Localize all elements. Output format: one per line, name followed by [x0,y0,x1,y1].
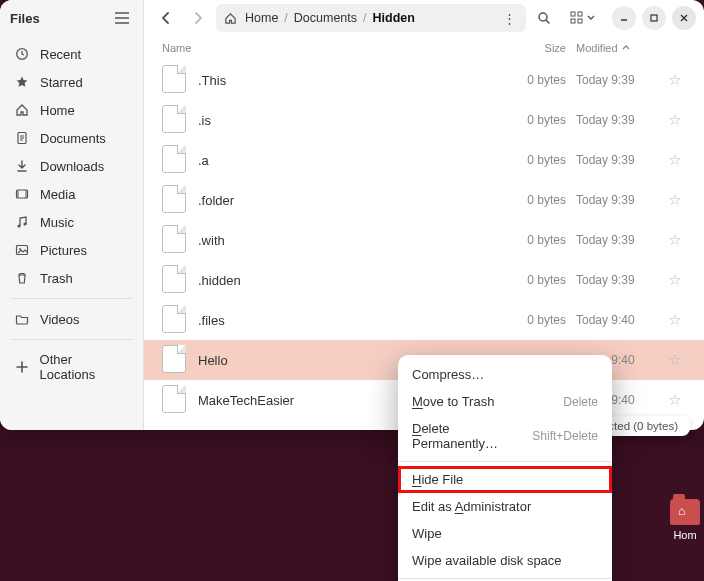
file-name: .This [198,73,506,88]
view-switcher[interactable] [562,4,602,32]
sidebar-item-label: Other Locations [40,352,129,382]
file-name: .files [198,313,506,328]
star-button[interactable]: ☆ [662,271,686,289]
star-button[interactable]: ☆ [662,71,686,89]
sidebar-item-label: Home [40,103,75,118]
forward-button[interactable] [184,4,212,32]
ctx-wipe[interactable]: Wipe [398,520,612,547]
star-icon [14,74,30,90]
breadcrumb-documents[interactable]: Documents [292,11,359,25]
file-icon [162,345,188,375]
sidebar-item-other-locations[interactable]: Other Locations [0,346,143,388]
path-menu-button[interactable]: ⋮ [500,11,518,26]
ctx-label: Compress… [412,367,598,382]
sidebar-item-home[interactable]: Home [0,96,143,124]
ctx-wipe-available-disk-space[interactable]: Wipe available disk space [398,547,612,574]
file-size: 0 bytes [506,73,566,87]
star-button[interactable]: ☆ [662,231,686,249]
file-row[interactable]: .hidden 0 bytes Today 9:39 ☆ [144,260,704,300]
minimize-button[interactable] [612,6,636,30]
sidebar-item-trash[interactable]: Trash [0,264,143,292]
star-button[interactable]: ☆ [662,311,686,329]
svg-rect-10 [571,19,575,23]
col-modified[interactable]: Modified [566,42,662,54]
svg-rect-12 [651,15,657,21]
sidebar-item-label: Media [40,187,75,202]
search-button[interactable] [530,4,558,32]
sidebar-item-pictures[interactable]: Pictures [0,236,143,264]
col-name[interactable]: Name [162,42,506,54]
sidebar-item-downloads[interactable]: Downloads [0,152,143,180]
star-button[interactable]: ☆ [662,151,686,169]
sidebar-item-videos[interactable]: Videos [0,305,143,333]
folder-icon: ⌂ [670,499,700,525]
close-button[interactable] [672,6,696,30]
star-button[interactable]: ☆ [662,191,686,209]
sidebar-item-label: Trash [40,271,73,286]
context-menu: Compress…Move to TrashDeleteDelete Perma… [398,355,612,581]
ctx-delete-permanently[interactable]: Delete Permanently…Shift+Delete [398,415,612,457]
ctx-edit-as-administrator[interactable]: Edit as Administrator [398,493,612,520]
sidebar-item-media[interactable]: Media [0,180,143,208]
file-row[interactable]: .folder 0 bytes Today 9:39 ☆ [144,180,704,220]
file-modified: Today 9:39 [566,73,662,87]
breadcrumb-current[interactable]: Hidden [371,11,417,25]
breadcrumb-home[interactable]: Home [243,11,280,25]
file-size: 0 bytes [506,113,566,127]
sidebar-item-music[interactable]: Music [0,208,143,236]
sidebar-item-recent[interactable]: Recent [0,40,143,68]
file-row[interactable]: .This 0 bytes Today 9:39 ☆ [144,60,704,100]
file-row[interactable]: .is 0 bytes Today 9:39 ☆ [144,100,704,140]
ctx-hide-file[interactable]: Hide File [398,466,612,493]
file-icon [162,145,188,175]
sidebar-item-documents[interactable]: Documents [0,124,143,152]
file-size: 0 bytes [506,273,566,287]
file-name: .folder [198,193,506,208]
sidebar-item-label: Music [40,215,74,230]
sidebar-menu-button[interactable] [111,7,133,29]
file-name: .is [198,113,506,128]
svg-rect-9 [578,12,582,16]
ctx-move-to-trash[interactable]: Move to TrashDelete [398,388,612,415]
star-button[interactable]: ☆ [662,351,686,369]
media-icon [14,186,30,202]
sidebar-item-label: Documents [40,131,106,146]
file-name: .a [198,153,506,168]
star-button[interactable]: ☆ [662,111,686,129]
svg-rect-11 [578,19,582,23]
file-row[interactable]: .a 0 bytes Today 9:39 ☆ [144,140,704,180]
file-icon [162,385,188,415]
trash-icon [14,270,30,286]
svg-point-4 [23,222,26,225]
plus-icon [14,359,30,375]
back-button[interactable] [152,4,180,32]
sidebar-item-label: Pictures [40,243,87,258]
star-button[interactable]: ☆ [662,391,686,409]
path-bar[interactable]: Home / Documents / Hidden ⋮ [216,4,526,32]
ctx-accel: Shift+Delete [532,429,598,443]
ctx-compress[interactable]: Compress… [398,361,612,388]
clock-icon [14,46,30,62]
home-icon [224,12,237,25]
file-size: 0 bytes [506,153,566,167]
ctx-label: Wipe available disk space [412,553,598,568]
ctx-label: Move to Trash [412,394,563,409]
sidebar-item-starred[interactable]: Starred [0,68,143,96]
ctx-label: Delete Permanently… [412,421,532,451]
file-modified: Today 9:39 [566,233,662,247]
file-icon [162,305,188,335]
maximize-button[interactable] [642,6,666,30]
dock-label: Hom [673,529,696,541]
folder-icon [14,311,30,327]
file-size: 0 bytes [506,313,566,327]
dock-home-folder[interactable]: ⌂ Hom [666,499,704,569]
app-title: Files [10,11,103,26]
file-icon [162,105,188,135]
col-size[interactable]: Size [506,42,566,54]
file-row[interactable]: .files 0 bytes Today 9:40 ☆ [144,300,704,340]
file-modified: Today 9:39 [566,113,662,127]
file-row[interactable]: .with 0 bytes Today 9:39 ☆ [144,220,704,260]
file-size: 0 bytes [506,193,566,207]
file-size: 0 bytes [506,233,566,247]
svg-point-3 [17,224,20,227]
